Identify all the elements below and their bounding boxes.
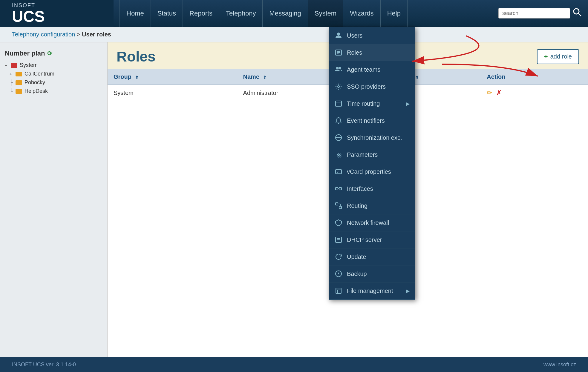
tree-item-callcentrum[interactable]: + CallCentrum: [0, 70, 107, 78]
add-role-button[interactable]: + add role: [537, 49, 579, 64]
svg-point-7: [336, 67, 339, 69]
footer: INSOFT UCS ver. 3.1.14-0 www.insoft.cz: [0, 357, 588, 372]
menu-firewall[interactable]: Network firewall: [329, 214, 415, 231]
tree-item-pobocky[interactable]: ├ Pobočky: [0, 78, 107, 87]
svg-rect-10: [336, 101, 342, 106]
nav-messaging[interactable]: Messaging: [263, 0, 308, 27]
tree-toggle-callcentrum[interactable]: +: [10, 72, 14, 76]
svg-line-1: [578, 13, 581, 16]
menu-vcard[interactable]: vCard properties: [329, 163, 415, 180]
tree-item-system[interactable]: − System: [0, 61, 107, 70]
tree-item-helpdesk[interactable]: └ HelpDesk: [0, 87, 107, 96]
svg-rect-16: [336, 170, 342, 174]
menu-file-mgmt[interactable]: File management ▶: [329, 282, 415, 299]
firewall-icon: [334, 219, 343, 227]
nav-status[interactable]: Status: [151, 0, 183, 27]
svg-point-9: [338, 86, 339, 87]
menu-update[interactable]: Update: [329, 248, 415, 265]
nav-help[interactable]: Help: [381, 0, 408, 27]
nav-links: Home Status Reports Telephony Messaging …: [114, 0, 498, 27]
routing-icon: [334, 202, 343, 210]
agent-teams-icon: [334, 65, 343, 74]
svg-rect-31: [336, 288, 341, 293]
menu-agent-teams[interactable]: Agent teams: [329, 61, 415, 78]
user-icon: [334, 31, 343, 40]
nav-reports[interactable]: Reports: [183, 0, 219, 27]
time-routing-icon: [334, 99, 343, 108]
search-input[interactable]: [498, 8, 570, 19]
logo-ucs: UCS: [12, 8, 45, 25]
svg-rect-23: [339, 206, 342, 209]
menu-interfaces[interactable]: Interfaces: [329, 180, 415, 197]
menu-roles[interactable]: Roles: [329, 44, 415, 61]
file-mgmt-icon: [334, 287, 343, 295]
top-navigation: INSOFT UCS Home Status Reports Telephony…: [0, 0, 588, 27]
roles-icon: [334, 48, 343, 57]
svg-point-8: [339, 67, 341, 69]
plus-icon: +: [544, 53, 548, 61]
cell-group: System: [108, 85, 237, 101]
edit-button[interactable]: ✏: [487, 89, 492, 96]
update-icon: [334, 253, 343, 261]
col-action: Action: [481, 69, 588, 85]
folder-icon-system: [11, 63, 17, 68]
nav-telephony[interactable]: Telephony: [219, 0, 263, 27]
breadcrumb-separator: >: [77, 31, 82, 38]
interfaces-icon: [334, 185, 343, 193]
logo-area: INSOFT UCS: [0, 0, 114, 27]
sort-s-icon[interactable]: ⇕: [415, 75, 419, 80]
sort-name-icon[interactable]: ⇕: [263, 75, 267, 80]
menu-backup[interactable]: Backup: [329, 265, 415, 282]
delete-button[interactable]: ✗: [496, 89, 502, 96]
svg-rect-19: [336, 187, 338, 190]
vcard-icon: [334, 167, 343, 176]
breadcrumb-current: User roles: [82, 31, 111, 38]
search-button[interactable]: [572, 7, 582, 19]
logo: INSOFT UCS: [12, 2, 45, 24]
file-mgmt-arrow: ▶: [406, 288, 410, 294]
parameters-icon: [334, 150, 343, 159]
col-group[interactable]: Group ⇕: [108, 69, 237, 85]
folder-icon-helpdesk: [16, 89, 22, 94]
version-text: INSOFT UCS ver. 3.1.14-0: [12, 362, 76, 368]
nav-wizards[interactable]: Wizards: [343, 0, 380, 27]
roles-title: Roles: [117, 48, 156, 65]
svg-point-2: [337, 33, 340, 36]
folder-icon-callcentrum: [16, 72, 22, 76]
sso-icon: [334, 82, 343, 91]
system-dropdown[interactable]: Users Roles Agent teams SSO providers Ti: [329, 27, 415, 300]
folder-icon-pobocky: [16, 80, 22, 85]
menu-dhcp[interactable]: DHCP server: [329, 231, 415, 248]
website-text: www.insoft.cz: [543, 362, 576, 368]
nav-system[interactable]: System: [308, 0, 343, 27]
tree-toggle-system[interactable]: −: [5, 63, 10, 68]
breadcrumb: Telephony configuration > User roles: [0, 27, 588, 42]
main-content: Number plan ⟳ − System + CallCentrum ├ P…: [0, 42, 588, 357]
sidebar: Number plan ⟳ − System + CallCentrum ├ P…: [0, 42, 108, 357]
sync-icon: [334, 133, 343, 142]
sort-group-icon[interactable]: ⇕: [135, 75, 139, 80]
svg-rect-22: [336, 203, 338, 205]
refresh-icon[interactable]: ⟳: [47, 50, 52, 57]
cell-action: ✏ ✗: [481, 85, 588, 101]
search-icon: [572, 7, 582, 17]
dhcp-icon: [334, 236, 343, 244]
menu-routing[interactable]: Routing: [329, 197, 415, 214]
svg-point-0: [574, 9, 579, 14]
breadcrumb-link[interactable]: Telephony configuration: [12, 31, 75, 38]
menu-sso[interactable]: SSO providers: [329, 78, 415, 95]
svg-rect-20: [339, 187, 342, 190]
sidebar-title: Number plan ⟳: [0, 47, 107, 61]
menu-event-notifiers[interactable]: Event notifiers: [329, 112, 415, 129]
search-area: [498, 7, 582, 19]
menu-sync[interactable]: Synchronization exc.: [329, 129, 415, 146]
menu-parameters[interactable]: Parameters: [329, 146, 415, 163]
event-notifiers-icon: [334, 116, 343, 125]
nav-home[interactable]: Home: [120, 0, 151, 27]
time-routing-arrow: ▶: [406, 101, 410, 107]
backup-icon: [334, 270, 343, 278]
menu-time-routing[interactable]: Time routing ▶: [329, 95, 415, 112]
menu-users[interactable]: Users: [329, 27, 415, 44]
